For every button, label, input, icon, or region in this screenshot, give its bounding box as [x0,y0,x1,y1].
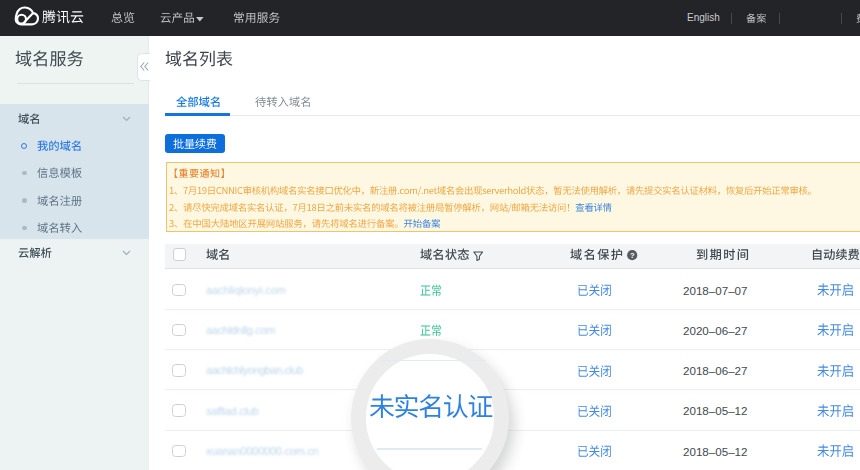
svg-text:?: ? [630,250,635,259]
